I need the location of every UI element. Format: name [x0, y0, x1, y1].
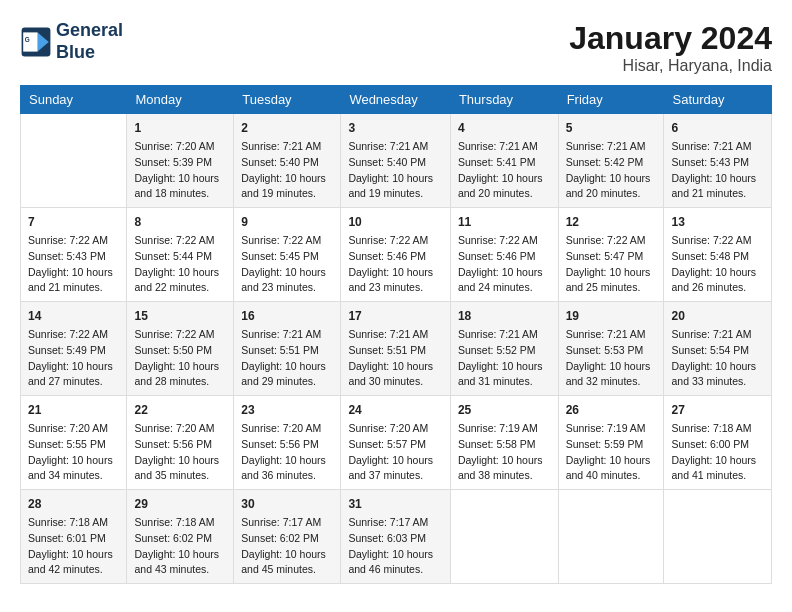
sunrise: Sunrise: 7:17 AM	[241, 516, 321, 528]
daylight: Daylight: 10 hours and 33 minutes.	[671, 360, 756, 388]
daylight: Daylight: 10 hours and 34 minutes.	[28, 454, 113, 482]
sunrise: Sunrise: 7:20 AM	[28, 422, 108, 434]
day-number: 3	[348, 119, 443, 137]
calendar-cell: 7Sunrise: 7:22 AMSunset: 5:43 PMDaylight…	[21, 208, 127, 302]
day-number: 5	[566, 119, 657, 137]
calendar-cell: 3Sunrise: 7:21 AMSunset: 5:40 PMDaylight…	[341, 114, 451, 208]
daylight: Daylight: 10 hours and 20 minutes.	[458, 172, 543, 200]
sunset: Sunset: 5:39 PM	[134, 156, 212, 168]
day-number: 12	[566, 213, 657, 231]
svg-text:G: G	[25, 36, 30, 43]
sunrise: Sunrise: 7:18 AM	[671, 422, 751, 434]
day-number: 18	[458, 307, 551, 325]
calendar-cell: 25Sunrise: 7:19 AMSunset: 5:58 PMDayligh…	[450, 396, 558, 490]
calendar-week-1: 1Sunrise: 7:20 AMSunset: 5:39 PMDaylight…	[21, 114, 772, 208]
day-header-sunday: Sunday	[21, 86, 127, 114]
day-number: 22	[134, 401, 226, 419]
day-number: 30	[241, 495, 333, 513]
day-header-tuesday: Tuesday	[234, 86, 341, 114]
calendar-cell: 13Sunrise: 7:22 AMSunset: 5:48 PMDayligh…	[664, 208, 772, 302]
sunset: Sunset: 5:46 PM	[458, 250, 536, 262]
sunset: Sunset: 5:54 PM	[671, 344, 749, 356]
sunset: Sunset: 5:56 PM	[241, 438, 319, 450]
sunset: Sunset: 6:00 PM	[671, 438, 749, 450]
sunrise: Sunrise: 7:20 AM	[348, 422, 428, 434]
sunrise: Sunrise: 7:21 AM	[241, 140, 321, 152]
sunrise: Sunrise: 7:22 AM	[241, 234, 321, 246]
calendar-cell: 1Sunrise: 7:20 AMSunset: 5:39 PMDaylight…	[127, 114, 234, 208]
daylight: Daylight: 10 hours and 19 minutes.	[241, 172, 326, 200]
daylight: Daylight: 10 hours and 21 minutes.	[28, 266, 113, 294]
sunset: Sunset: 5:41 PM	[458, 156, 536, 168]
sunset: Sunset: 5:58 PM	[458, 438, 536, 450]
day-number: 7	[28, 213, 119, 231]
sunrise: Sunrise: 7:21 AM	[241, 328, 321, 340]
day-number: 27	[671, 401, 764, 419]
sunset: Sunset: 5:40 PM	[241, 156, 319, 168]
daylight: Daylight: 10 hours and 38 minutes.	[458, 454, 543, 482]
daylight: Daylight: 10 hours and 41 minutes.	[671, 454, 756, 482]
sunrise: Sunrise: 7:22 AM	[134, 328, 214, 340]
sunrise: Sunrise: 7:18 AM	[28, 516, 108, 528]
sunset: Sunset: 6:01 PM	[28, 532, 106, 544]
sunset: Sunset: 5:43 PM	[671, 156, 749, 168]
location: Hisar, Haryana, India	[569, 57, 772, 75]
sunset: Sunset: 5:42 PM	[566, 156, 644, 168]
day-number: 11	[458, 213, 551, 231]
sunrise: Sunrise: 7:21 AM	[348, 328, 428, 340]
sunrise: Sunrise: 7:18 AM	[134, 516, 214, 528]
daylight: Daylight: 10 hours and 36 minutes.	[241, 454, 326, 482]
calendar-cell: 31Sunrise: 7:17 AMSunset: 6:03 PMDayligh…	[341, 490, 451, 584]
logo: G General Blue	[20, 20, 123, 63]
daylight: Daylight: 10 hours and 28 minutes.	[134, 360, 219, 388]
sunrise: Sunrise: 7:21 AM	[348, 140, 428, 152]
day-number: 28	[28, 495, 119, 513]
daylight: Daylight: 10 hours and 24 minutes.	[458, 266, 543, 294]
day-number: 10	[348, 213, 443, 231]
sunrise: Sunrise: 7:22 AM	[566, 234, 646, 246]
sunset: Sunset: 5:56 PM	[134, 438, 212, 450]
calendar-cell: 27Sunrise: 7:18 AMSunset: 6:00 PMDayligh…	[664, 396, 772, 490]
daylight: Daylight: 10 hours and 37 minutes.	[348, 454, 433, 482]
calendar-cell: 24Sunrise: 7:20 AMSunset: 5:57 PMDayligh…	[341, 396, 451, 490]
calendar-cell	[450, 490, 558, 584]
daylight: Daylight: 10 hours and 18 minutes.	[134, 172, 219, 200]
daylight: Daylight: 10 hours and 23 minutes.	[241, 266, 326, 294]
calendar-cell: 30Sunrise: 7:17 AMSunset: 6:02 PMDayligh…	[234, 490, 341, 584]
sunset: Sunset: 6:02 PM	[134, 532, 212, 544]
calendar-header-row: SundayMondayTuesdayWednesdayThursdayFrid…	[21, 86, 772, 114]
sunrise: Sunrise: 7:17 AM	[348, 516, 428, 528]
calendar-cell: 14Sunrise: 7:22 AMSunset: 5:49 PMDayligh…	[21, 302, 127, 396]
daylight: Daylight: 10 hours and 30 minutes.	[348, 360, 433, 388]
sunset: Sunset: 5:57 PM	[348, 438, 426, 450]
sunrise: Sunrise: 7:22 AM	[28, 328, 108, 340]
sunrise: Sunrise: 7:21 AM	[566, 140, 646, 152]
day-header-saturday: Saturday	[664, 86, 772, 114]
daylight: Daylight: 10 hours and 23 minutes.	[348, 266, 433, 294]
daylight: Daylight: 10 hours and 22 minutes.	[134, 266, 219, 294]
calendar-cell: 5Sunrise: 7:21 AMSunset: 5:42 PMDaylight…	[558, 114, 664, 208]
sunset: Sunset: 5:51 PM	[348, 344, 426, 356]
sunset: Sunset: 5:50 PM	[134, 344, 212, 356]
calendar-cell: 8Sunrise: 7:22 AMSunset: 5:44 PMDaylight…	[127, 208, 234, 302]
day-number: 31	[348, 495, 443, 513]
daylight: Daylight: 10 hours and 43 minutes.	[134, 548, 219, 576]
sunrise: Sunrise: 7:21 AM	[458, 140, 538, 152]
calendar-cell: 15Sunrise: 7:22 AMSunset: 5:50 PMDayligh…	[127, 302, 234, 396]
daylight: Daylight: 10 hours and 40 minutes.	[566, 454, 651, 482]
day-number: 1	[134, 119, 226, 137]
daylight: Daylight: 10 hours and 27 minutes.	[28, 360, 113, 388]
calendar-cell: 6Sunrise: 7:21 AMSunset: 5:43 PMDaylight…	[664, 114, 772, 208]
day-number: 6	[671, 119, 764, 137]
day-number: 8	[134, 213, 226, 231]
sunset: Sunset: 6:03 PM	[348, 532, 426, 544]
calendar-cell: 2Sunrise: 7:21 AMSunset: 5:40 PMDaylight…	[234, 114, 341, 208]
sunset: Sunset: 5:55 PM	[28, 438, 106, 450]
sunrise: Sunrise: 7:22 AM	[348, 234, 428, 246]
sunset: Sunset: 5:48 PM	[671, 250, 749, 262]
calendar-week-4: 21Sunrise: 7:20 AMSunset: 5:55 PMDayligh…	[21, 396, 772, 490]
day-number: 19	[566, 307, 657, 325]
calendar-cell: 12Sunrise: 7:22 AMSunset: 5:47 PMDayligh…	[558, 208, 664, 302]
sunrise: Sunrise: 7:20 AM	[241, 422, 321, 434]
sunrise: Sunrise: 7:19 AM	[566, 422, 646, 434]
